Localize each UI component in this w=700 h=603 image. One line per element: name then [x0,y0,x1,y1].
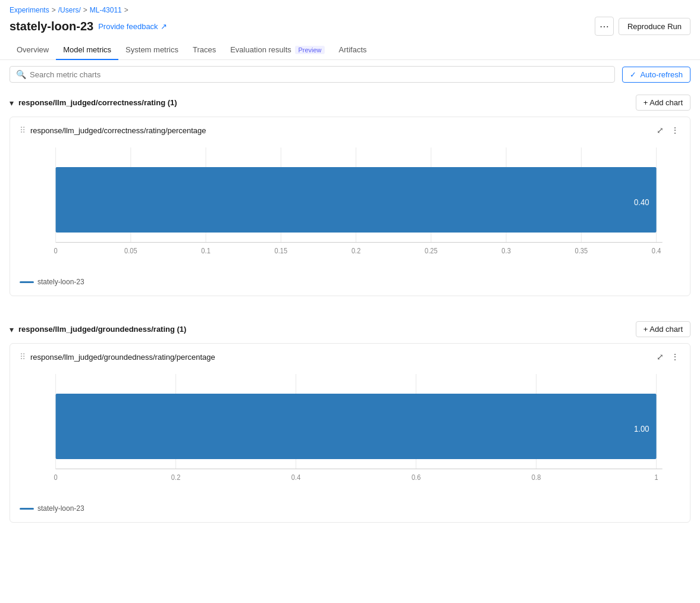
auto-refresh-button[interactable]: ✓ Auto-refresh [622,67,690,83]
title-right: ⋯ Reproduce Run [595,17,690,36]
groundedness-chart-actions: ⤢ ⋮ [655,351,680,363]
svg-text:0.2: 0.2 [351,247,360,255]
search-wrap[interactable]: 🔍 [10,66,615,83]
groundedness-section: ▾ response/llm_judged/groundedness/ratin… [0,315,700,542]
svg-text:0.35: 0.35 [575,247,588,255]
correctness-collapse-button[interactable]: ▾ [10,98,14,108]
groundedness-chart-card: ⠿ response/llm_judged/groundedness/ratin… [10,343,690,523]
svg-text:0: 0 [54,247,58,255]
correctness-legend-line [20,281,34,283]
groundedness-section-title: response/llm_judged/groundedness/rating … [18,325,186,334]
groundedness-chart-svg: 1.00 0 0.2 0.4 0.6 0.8 1 [20,368,680,498]
correctness-chart-legend: stately-loon-23 [20,272,680,286]
correctness-chart-area: 0.40 0 0.05 0.1 0.15 0.2 0.25 0.3 0.35 0… [20,141,680,272]
svg-rect-9 [56,167,657,233]
groundedness-fullscreen-button[interactable]: ⤢ [655,351,665,363]
groundedness-legend-line [20,508,34,510]
search-icon: 🔍 [16,70,26,79]
feedback-label: Provide feedback [98,22,158,31]
correctness-chart-title: response/llm_judged/correctness/rating/p… [30,126,206,135]
svg-text:0.15: 0.15 [275,247,288,255]
preview-badge: Preview [295,46,324,54]
svg-text:0.8: 0.8 [532,473,541,482]
svg-text:0.1: 0.1 [201,247,210,255]
search-input[interactable] [30,70,608,79]
tab-overview[interactable]: Overview [10,40,56,60]
breadcrumb-run-id[interactable]: ML-43011 [90,6,122,14]
drag-handle-icon[interactable]: ⠿ [20,125,26,135]
drag-handle-icon-2[interactable]: ⠿ [20,352,26,362]
more-options-button[interactable]: ⋯ [595,17,614,36]
correctness-chart-card: ⠿ response/llm_judged/correctness/rating… [10,117,690,296]
groundedness-chart-title-wrap: ⠿ response/llm_judged/groundedness/ratin… [20,352,215,362]
tab-model-metrics[interactable]: Model metrics [56,40,118,60]
breadcrumb-experiments[interactable]: Experiments [10,6,49,14]
auto-refresh-label: Auto-refresh [640,70,683,79]
breadcrumb-sep2: > [83,6,87,14]
svg-text:1.00: 1.00 [634,425,649,434]
correctness-title-wrap: ▾ response/llm_judged/correctness/rating… [10,98,177,108]
svg-rect-27 [56,394,657,459]
breadcrumb-sep3: > [124,6,128,14]
groundedness-chart-area: 1.00 0 0.2 0.4 0.6 0.8 1 [20,368,680,498]
groundedness-chart-title: response/llm_judged/groundedness/rating/… [30,353,215,362]
correctness-section-header: ▾ response/llm_judged/correctness/rating… [10,89,690,117]
groundedness-collapse-button[interactable]: ▾ [10,325,14,334]
reproduce-run-button[interactable]: Reproduce Run [619,18,690,35]
breadcrumb-users[interactable]: /Users/ [58,6,81,14]
svg-text:1: 1 [655,473,658,482]
title-row: stately-loon-23 Provide feedback ↗ ⋯ Rep… [0,17,700,40]
groundedness-add-chart-button[interactable]: + Add chart [636,321,690,337]
groundedness-chart-more-button[interactable]: ⋮ [670,351,680,363]
breadcrumb: Experiments > /Users/ > ML-43011 > [0,0,700,17]
svg-text:0.2: 0.2 [171,473,180,482]
svg-text:0.05: 0.05 [124,247,137,255]
run-title: stately-loon-23 [10,20,93,33]
groundedness-chart-header: ⠿ response/llm_judged/groundedness/ratin… [20,351,680,363]
toolbar: 🔍 ✓ Auto-refresh [0,60,700,89]
correctness-legend-label: stately-loon-23 [37,278,84,286]
groundedness-legend-label: stately-loon-23 [37,504,84,513]
correctness-section-title: response/llm_judged/correctness/rating (… [18,98,177,107]
groundedness-section-header: ▾ response/llm_judged/groundedness/ratin… [10,315,690,343]
correctness-fullscreen-button[interactable]: ⤢ [655,124,665,136]
tabs-bar: Overview Model metrics System metrics Tr… [0,40,700,60]
correctness-chart-actions: ⤢ ⋮ [655,124,680,136]
svg-text:0.4: 0.4 [291,473,301,482]
svg-text:0: 0 [54,473,58,482]
svg-text:0.4: 0.4 [652,247,661,255]
breadcrumb-sep1: > [52,6,56,14]
groundedness-title-wrap: ▾ response/llm_judged/groundedness/ratin… [10,325,186,334]
svg-text:0.6: 0.6 [412,473,420,482]
tab-artifacts[interactable]: Artifacts [332,40,374,60]
svg-text:0.25: 0.25 [425,247,438,255]
tab-traces[interactable]: Traces [186,40,223,60]
correctness-chart-svg: 0.40 0 0.05 0.1 0.15 0.2 0.25 0.3 0.35 0… [20,141,680,272]
correctness-chart-more-button[interactable]: ⋮ [670,124,680,136]
correctness-chart-header: ⠿ response/llm_judged/correctness/rating… [20,124,680,136]
svg-text:0.40: 0.40 [634,198,649,208]
groundedness-chart-legend: stately-loon-23 [20,498,680,513]
external-link-icon: ↗ [161,22,167,31]
checkmark-icon: ✓ [630,70,636,79]
title-left: stately-loon-23 Provide feedback ↗ [10,20,167,33]
provide-feedback-link[interactable]: Provide feedback ↗ [98,22,167,31]
correctness-add-chart-button[interactable]: + Add chart [636,95,690,111]
svg-text:0.3: 0.3 [501,247,510,255]
tab-evaluation-results[interactable]: Evaluation results Preview [223,40,331,60]
correctness-chart-title-wrap: ⠿ response/llm_judged/correctness/rating… [20,125,206,135]
tab-system-metrics[interactable]: System metrics [118,40,186,60]
correctness-section: ▾ response/llm_judged/correctness/rating… [0,89,700,315]
